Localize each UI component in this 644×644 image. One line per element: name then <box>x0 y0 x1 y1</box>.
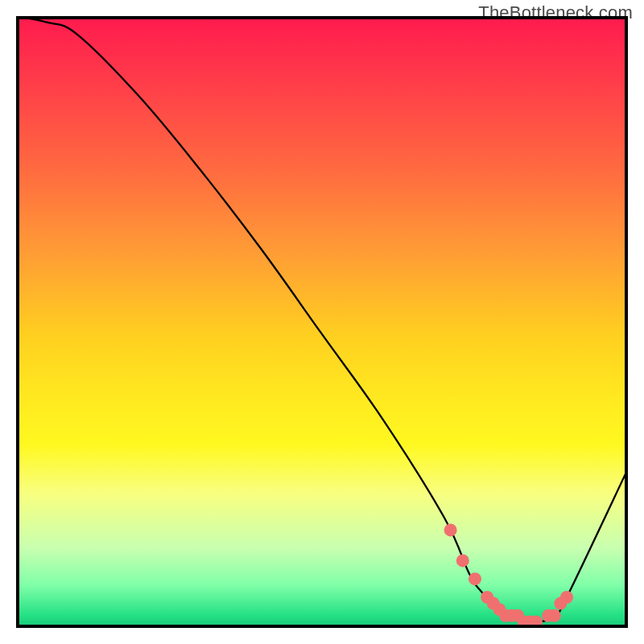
chart-container: TheBottleneck.com <box>0 0 644 644</box>
plot-area <box>16 16 628 628</box>
gradient-background <box>16 16 628 628</box>
